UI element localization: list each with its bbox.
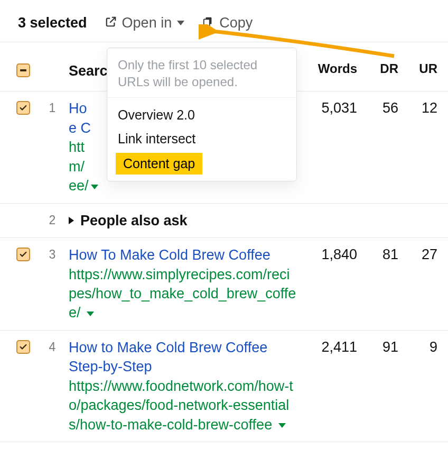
chevron-right-icon [69, 217, 74, 224]
toolbar: 3 selected Open in Copy [0, 0, 448, 42]
result-title[interactable]: How To Make Cold Brew Coffee [69, 245, 297, 264]
cell-words: 1,840 [302, 245, 357, 263]
paa-label: People also ask [80, 211, 188, 230]
open-in-dropdown: Only the first 10 selected URLs will be … [107, 48, 297, 181]
result-url[interactable]: https://www.simplyrecipes.com/recipes/ho… [69, 265, 297, 323]
header-dr[interactable]: DR [357, 61, 398, 76]
cell-ur: 9 [398, 338, 437, 355]
chevron-down-icon [177, 21, 184, 25]
cell-dr: 81 [357, 245, 398, 263]
row-rank: 2 [36, 211, 69, 227]
row-checkbox[interactable] [16, 340, 30, 354]
table-row: 2 People also ask [0, 204, 448, 238]
copy-button[interactable]: Copy [202, 15, 253, 31]
copy-icon [202, 15, 214, 31]
result-url[interactable]: https://www.foodnetwork.com/how-to/packa… [69, 377, 297, 434]
row-rank: 3 [36, 245, 69, 262]
dropdown-item-overview[interactable]: Overview 2.0 [107, 103, 296, 127]
chevron-down-icon[interactable] [91, 185, 98, 189]
select-all-cell [11, 61, 36, 77]
open-in-button[interactable]: Open in [105, 15, 185, 31]
copy-label: Copy [219, 15, 253, 31]
cell-dr: 91 [357, 338, 398, 355]
table-row: 3 How To Make Cold Brew Coffee https://w… [0, 238, 448, 331]
header-rank [36, 61, 69, 63]
header-words[interactable]: Words [302, 61, 357, 76]
cell-ur: 27 [398, 245, 437, 263]
chevron-down-icon[interactable] [278, 423, 286, 428]
cell-words: 2,411 [302, 338, 357, 355]
open-in-label: Open in [122, 15, 172, 31]
row-rank: 1 [36, 99, 69, 115]
svg-rect-1 [204, 19, 210, 26]
result-title[interactable]: How to Make Cold Brew Coffee Step-by-Ste… [69, 338, 297, 377]
table-row: 4 How to Make Cold Brew Coffee Step-by-S… [0, 331, 448, 442]
chevron-down-icon[interactable] [87, 312, 94, 316]
dropdown-item-content-gap[interactable]: Content gap [116, 153, 202, 175]
row-checkbox[interactable] [16, 248, 30, 261]
divider [107, 97, 296, 98]
cell-words: 5,031 [302, 99, 357, 116]
paa-toggle[interactable]: People also ask [69, 211, 302, 230]
header-ur[interactable]: UR [398, 61, 437, 76]
cell-dr: 56 [357, 99, 398, 116]
row-rank: 4 [36, 338, 69, 354]
dropdown-item-link-intersect[interactable]: Link intersect [107, 127, 296, 151]
dropdown-hint: Only the first 10 selected URLs will be … [107, 48, 296, 97]
cell-ur: 12 [398, 99, 437, 116]
row-checkbox[interactable] [16, 101, 30, 115]
selected-count: 3 selected [18, 15, 87, 31]
open-external-icon [105, 15, 117, 31]
select-all-checkbox[interactable] [16, 63, 30, 77]
